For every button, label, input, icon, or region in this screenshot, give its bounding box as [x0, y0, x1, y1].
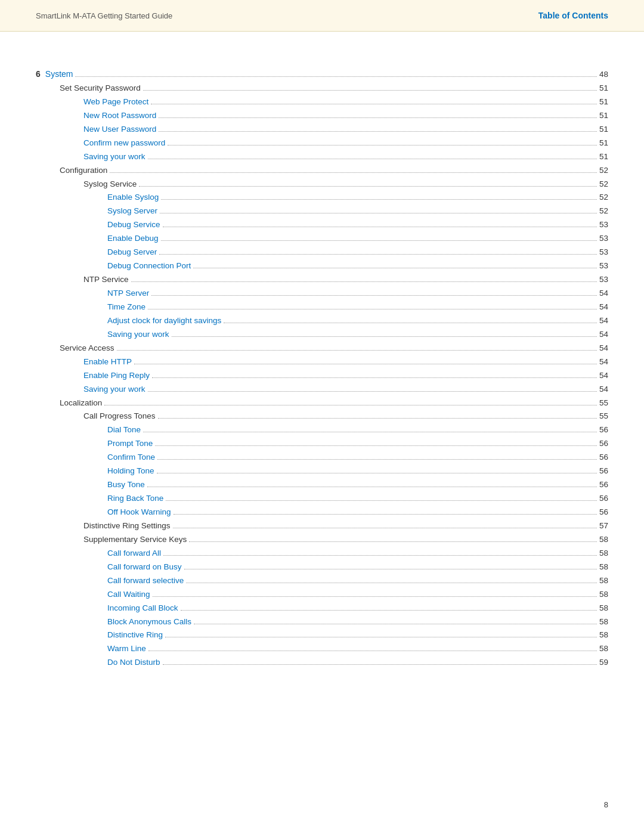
toc-text: New User Password: [83, 123, 156, 137]
toc-dots: [173, 528, 597, 528]
toc-dots: [161, 240, 597, 241]
toc-text: Call forward on Busy: [107, 561, 182, 574]
toc-page: 59: [599, 656, 608, 670]
toc-page: 52: [599, 191, 608, 205]
toc-page: 56: [599, 437, 608, 451]
toc-page: 51: [599, 82, 608, 95]
toc-item: NTP Server 54: [107, 287, 608, 301]
toc-text: New Root Password: [83, 109, 156, 123]
toc-text: NTP Service: [83, 273, 129, 287]
page-header: SmartLink M-ATA Getting Started Guide Ta…: [0, 0, 644, 32]
toc-item: Do Not Disturb 59: [107, 656, 608, 670]
toc-item: Enable Ping Reply 54: [83, 369, 608, 383]
toc-dots: [160, 213, 597, 213]
toc-page: 58: [599, 615, 608, 629]
toc-item: Saving your work 54: [107, 328, 608, 342]
toc-dots: [134, 364, 597, 364]
toc-dots: [163, 227, 597, 227]
toc-text: Call Progress Tones: [83, 410, 156, 423]
toc-page: 58: [599, 588, 608, 602]
toc-dots: [151, 295, 597, 296]
toc-dots: [224, 323, 597, 323]
toc-item: Distinctive Ring 58: [107, 628, 608, 642]
toc-item: Confirm new password 51: [83, 137, 608, 150]
toc-item: Syslog Server 52: [107, 205, 608, 218]
toc-text: Do Not Disturb: [107, 656, 160, 670]
toc-text: System: [45, 67, 73, 82]
toc-dots: [143, 432, 597, 432]
toc-dots: [194, 624, 597, 624]
toc-item: Off Hook Warning 56: [107, 506, 608, 519]
toc-text: Enable Ping Reply: [83, 369, 150, 383]
toc-dots: [131, 281, 597, 282]
toc-page: 58: [599, 642, 608, 656]
toc-text: Block Anonymous Calls: [107, 615, 191, 629]
toc-item: Debug Server 53: [107, 246, 608, 259]
toc-text: Confirm Tone: [107, 451, 155, 465]
toc-page: 58: [599, 561, 608, 574]
toc-text: Web Page Protect: [83, 95, 148, 109]
toc-text: Saving your work: [107, 328, 169, 342]
toc-item: 6System 48: [36, 67, 608, 82]
toc-item: Call forward on Busy 58: [107, 561, 608, 574]
toc-text: Enable Debug: [107, 232, 159, 246]
toc-dots: [174, 514, 597, 515]
toc-page: 57: [599, 519, 608, 533]
toc-page: 56: [599, 506, 608, 519]
toc-page: 54: [599, 355, 608, 369]
toc-page: 48: [599, 68, 608, 82]
toc-page: 54: [599, 287, 608, 301]
toc-text: Busy Tone: [107, 478, 145, 492]
toc-text: Set Security Password: [60, 82, 141, 95]
toc-dots: [155, 445, 597, 446]
toc-dots: [158, 418, 597, 419]
toc-text: Configuration: [60, 164, 107, 178]
toc-dots: [163, 664, 597, 665]
toc-dots: [151, 104, 597, 104]
toc-dots: [104, 405, 597, 405]
toc-item: Syslog Service 52: [83, 178, 608, 191]
toc-dots: [117, 350, 597, 351]
chapter-number: 6: [36, 67, 41, 82]
toc-dots: [152, 377, 597, 378]
toc-item: Distinctive Ring Settings 57: [83, 519, 608, 533]
toc-item: Confirm Tone 56: [107, 451, 608, 465]
toc-dots: [153, 596, 597, 597]
page: SmartLink M-ATA Getting Started Guide Ta…: [0, 0, 644, 833]
toc-page: 52: [599, 205, 608, 218]
toc-text: Confirm new password: [83, 137, 165, 150]
toc-text: Warm Line: [107, 642, 146, 656]
toc-dots: [139, 186, 597, 187]
page-number: 8: [604, 800, 608, 809]
toc-item: Ring Back Tone 56: [107, 492, 608, 506]
toc-text: Service Access: [60, 342, 114, 355]
toc-text: NTP Server: [107, 287, 149, 301]
toc-text: Saving your work: [83, 383, 145, 397]
toc-dots: [148, 651, 597, 651]
toc-text: Call forward All: [107, 547, 161, 561]
toc-dots: [110, 172, 597, 173]
toc-item: Busy Tone 56: [107, 478, 608, 492]
toc-item: Adjust clock for daylight savings 54: [107, 314, 608, 328]
toc-dots: [159, 254, 597, 255]
toc-text: Debug Server: [107, 246, 157, 259]
toc-text: Debug Service: [107, 218, 160, 232]
toc-text: Distinctive Ring: [107, 628, 163, 642]
toc-page: 58: [599, 574, 608, 588]
toc-text: Syslog Service: [83, 178, 137, 191]
toc-text: Supplementary Service Keys: [83, 533, 187, 547]
toc-text: Prompt Tone: [107, 437, 153, 451]
toc-page: 54: [599, 328, 608, 342]
toc-page: 51: [599, 150, 608, 164]
toc-content: 6System 48Set Security Password 51Web Pa…: [0, 32, 644, 717]
toc-item: Call forward selective 58: [107, 574, 608, 588]
toc-page: 58: [599, 628, 608, 642]
toc-item: Prompt Tone 56: [107, 437, 608, 451]
toc-page: 56: [599, 465, 608, 478]
toc-page: 58: [599, 533, 608, 547]
toc-page: 53: [599, 232, 608, 246]
toc-dots: [157, 459, 597, 460]
toc-text: Localization: [60, 397, 102, 410]
toc-text: Distinctive Ring Settings: [83, 519, 171, 533]
toc-text: Call forward selective: [107, 574, 184, 588]
